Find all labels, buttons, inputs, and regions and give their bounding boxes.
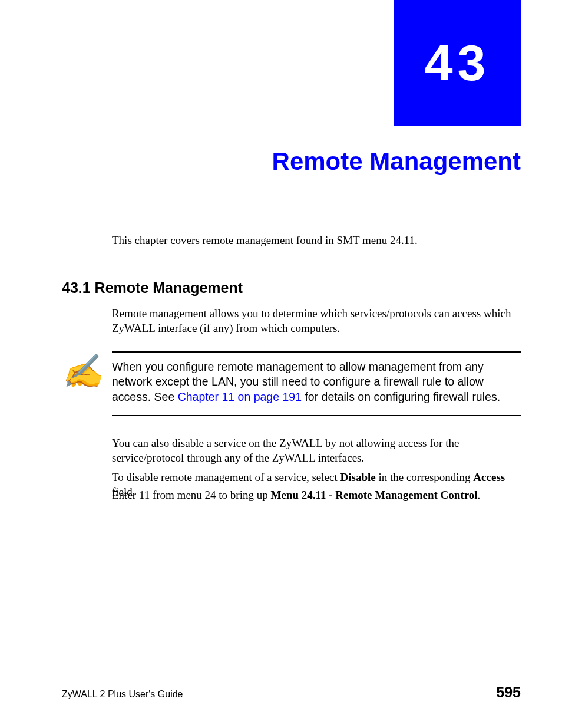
note-callout: ✍ When you configure remote management t… [62,351,521,416]
chapter-intro-text: This chapter covers remote management fo… [112,233,521,249]
section-heading: 43.1 Remote Management [62,279,243,297]
note-bottom-rule [112,415,521,416]
note-content: ✍ When you configure remote management t… [62,360,521,404]
p2-before: To disable remote management of a servic… [112,471,340,483]
page-footer: ZyWALL 2 Plus User's Guide 595 [62,684,521,701]
section-intro-text: Remote management allows you to determin… [112,307,521,335]
body-paragraph-3: Enter 11 from menu 24 to bring up Menu 2… [112,488,521,503]
p3-bold-menu: Menu 24.11 - Remote Management Control [270,489,477,501]
handwriting-note-icon: ✍ [62,360,112,382]
chapter-title: Remote Management [272,147,521,176]
note-top-rule [112,351,521,353]
footer-page-number: 595 [496,684,521,701]
chapter-cross-reference-link[interactable]: Chapter 11 on page 191 [178,390,302,403]
chapter-number-badge: 43 [394,0,521,126]
note-text: When you configure remote management to … [112,360,521,404]
p3-after: . [478,489,481,501]
chapter-number: 43 [425,34,491,92]
footer-guide-title: ZyWALL 2 Plus User's Guide [62,689,183,700]
p2-bold-disable: Disable [340,471,375,483]
p2-bold-access: Access [473,471,505,483]
p2-mid: in the corresponding [376,471,474,483]
note-text-after: for details on configuring firewall rule… [302,390,500,403]
body-paragraph-1: You can also disable a service on the Zy… [112,436,521,465]
p3-before: Enter 11 from menu 24 to bring up [112,489,270,501]
